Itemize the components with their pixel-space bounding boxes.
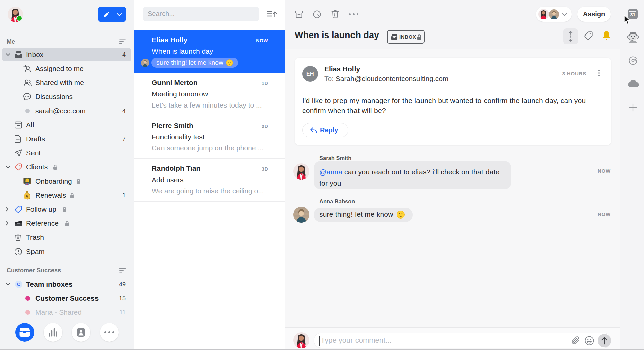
svg-text:$: $ [26,194,28,199]
